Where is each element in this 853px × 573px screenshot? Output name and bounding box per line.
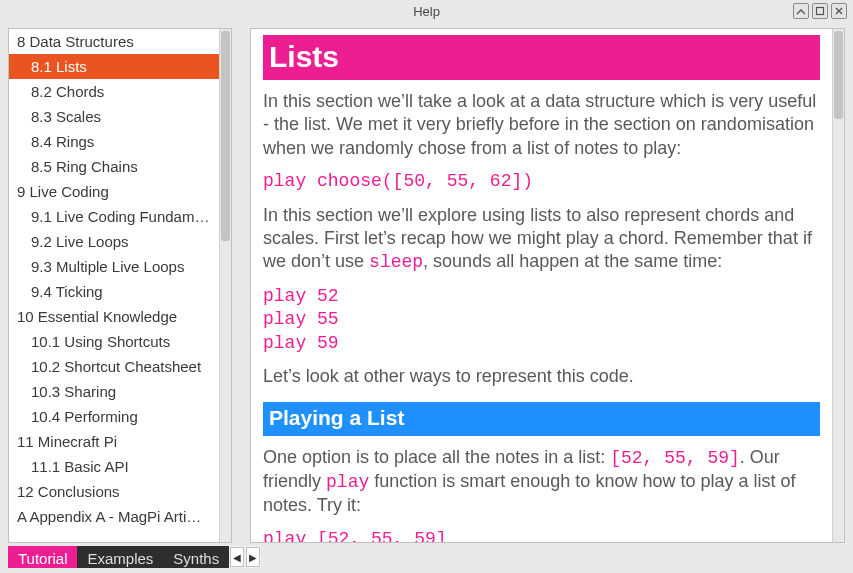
titlebar: Help xyxy=(0,0,853,24)
toc-item[interactable]: 10.4 Performing xyxy=(9,404,219,429)
code-block: play 52 play 55 play 59 xyxy=(263,285,820,355)
svg-rect-0 xyxy=(817,8,824,15)
toc-scrollbar[interactable] xyxy=(219,29,231,542)
content-scrollbar[interactable] xyxy=(832,29,844,542)
tab-nav: ◀ ▶ xyxy=(229,546,261,568)
article-body: Lists In this section we’ll take a look … xyxy=(251,29,832,542)
content-pane: Lists In this section we’ll take a look … xyxy=(250,28,845,543)
tab-examples[interactable]: Examples xyxy=(77,546,163,568)
window-title: Help xyxy=(413,4,440,19)
toc-item[interactable]: 11 Minecraft Pi xyxy=(9,429,219,454)
toc-item[interactable]: 9.3 Multiple Live Loops xyxy=(9,254,219,279)
tab-nav-left[interactable]: ◀ xyxy=(230,547,244,567)
inline-code: [52, 55, 59] xyxy=(610,448,740,468)
toc-item[interactable]: 10 Essential Knowledge xyxy=(9,304,219,329)
minimize-button[interactable] xyxy=(793,3,809,19)
toc-item[interactable]: 8 Data Structures xyxy=(9,29,219,54)
toc-item[interactable]: 9.2 Live Loops xyxy=(9,229,219,254)
toc-item[interactable]: 11.1 Basic API xyxy=(9,454,219,479)
article-h1: Lists xyxy=(263,35,820,80)
toc-item[interactable]: 10.1 Using Shortcuts xyxy=(9,329,219,354)
tab-synths[interactable]: Synths xyxy=(163,546,229,568)
tab-tutorial[interactable]: Tutorial xyxy=(8,546,77,568)
toc-item[interactable]: 8.1 Lists xyxy=(9,54,219,79)
toc-item[interactable]: 9 Live Coding xyxy=(9,179,219,204)
toc-tree: 8 Data Structures8.1 Lists8.2 Chords8.3 … xyxy=(9,29,231,542)
toc-list[interactable]: 8 Data Structures8.1 Lists8.2 Chords8.3 … xyxy=(9,29,219,542)
toc-item[interactable]: 8.5 Ring Chains xyxy=(9,154,219,179)
toc-sidebar: 8 Data Structures8.1 Lists8.2 Chords8.3 … xyxy=(8,28,232,543)
tab-nav-right[interactable]: ▶ xyxy=(246,547,260,567)
inline-code: sleep xyxy=(369,252,423,272)
toc-item[interactable]: 9.1 Live Coding Fundame… xyxy=(9,204,219,229)
code-block: play choose([50, 55, 62]) xyxy=(263,170,820,193)
toc-item[interactable]: 12 Conclusions xyxy=(9,479,219,504)
inline-code: play xyxy=(326,472,369,492)
toc-item[interactable]: 8.2 Chords xyxy=(9,79,219,104)
article-para: In this section we’ll explore using list… xyxy=(263,204,820,275)
toc-item[interactable]: 8.3 Scales xyxy=(9,104,219,129)
toc-item[interactable]: 8.4 Rings xyxy=(9,129,219,154)
toc-item[interactable]: 9.4 Ticking xyxy=(9,279,219,304)
bottom-tab-bar: TutorialExamplesSynths ◀ ▶ xyxy=(8,546,232,568)
article-para: Let’s look at other ways to represent th… xyxy=(263,365,820,388)
toc-item[interactable]: A Appendix A - MagPi Arti… xyxy=(9,504,219,529)
article-para: In this section we’ll take a look at a d… xyxy=(263,90,820,160)
maximize-button[interactable] xyxy=(812,3,828,19)
code-block: play [52, 55, 59] xyxy=(263,528,820,542)
article-para: One option is to place all the notes in … xyxy=(263,446,820,518)
toc-item[interactable]: 10.3 Sharing xyxy=(9,379,219,404)
toc-scroll-thumb[interactable] xyxy=(221,31,230,241)
close-button[interactable] xyxy=(831,3,847,19)
content-scroll-thumb[interactable] xyxy=(834,31,843,119)
toc-item[interactable]: 10.2 Shortcut Cheatsheet xyxy=(9,354,219,379)
article-h2: Playing a List xyxy=(263,402,820,435)
